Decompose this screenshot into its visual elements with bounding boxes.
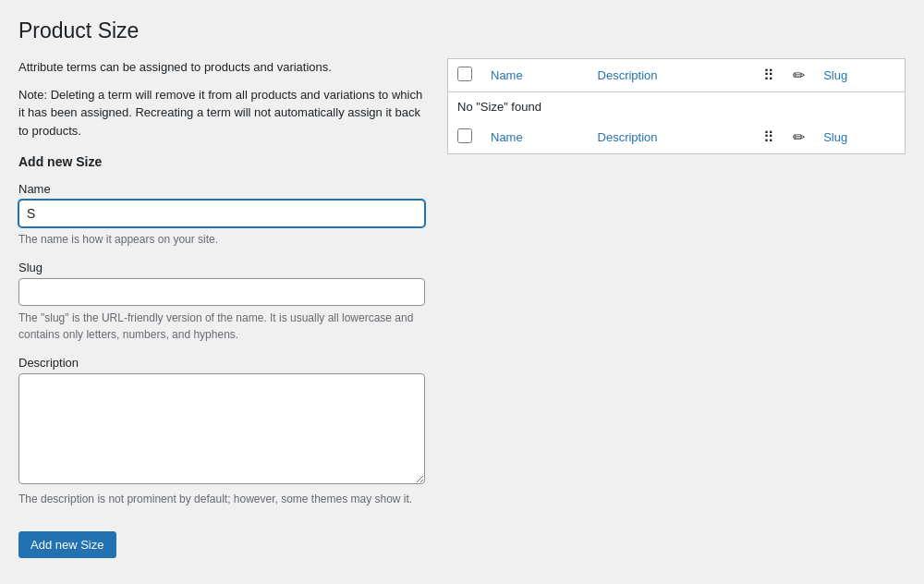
header-checkbox-col <box>448 59 482 92</box>
form-heading: Add new Size <box>18 154 425 169</box>
slug-column-link[interactable]: Slug <box>823 68 847 82</box>
no-results-cell: No "Size" found <box>448 92 906 122</box>
footer-name[interactable]: Name <box>481 121 589 154</box>
select-all-footer-checkbox[interactable] <box>457 128 472 143</box>
footer-description[interactable]: Description <box>589 121 755 154</box>
right-panel: Name Description ⠿ ✏ Slug <box>447 58 906 154</box>
edit-icon: ✏ <box>793 67 805 84</box>
description-textarea[interactable] <box>18 373 425 484</box>
header-description[interactable]: Description <box>589 59 755 92</box>
header-sort-icon-col: ⠿ <box>754 59 784 92</box>
description-hint: The description is not prominent by defa… <box>18 491 425 507</box>
footer-description-link[interactable]: Description <box>598 130 658 144</box>
name-hint: The name is how it appears on your site. <box>18 231 425 248</box>
header-edit-icon-col: ✏ <box>784 59 814 92</box>
name-label: Name <box>18 182 425 196</box>
slug-hint: The "slug" is the URL-friendly version o… <box>18 310 425 343</box>
footer-name-link[interactable]: Name <box>491 130 523 144</box>
slug-label: Slug <box>18 261 425 274</box>
sort-icon: ⠿ <box>763 67 774 84</box>
slug-field-group: Slug The "slug" is the URL-friendly vers… <box>18 261 425 343</box>
table-header-row: Name Description ⠿ ✏ Slug <box>448 59 906 92</box>
description-label: Description <box>18 356 425 370</box>
footer-edit-icon-col: ✏ <box>784 121 814 154</box>
select-all-checkbox[interactable] <box>457 67 472 81</box>
attribute-info-text: Attribute terms can be assigned to produ… <box>18 58 425 77</box>
footer-edit-icon: ✏ <box>793 128 805 146</box>
left-panel: Attribute terms can be assigned to produ… <box>18 58 425 558</box>
description-column-link[interactable]: Description <box>598 68 658 82</box>
attribute-table: Name Description ⠿ ✏ Slug <box>447 58 906 154</box>
page-title: Product Size <box>18 18 906 43</box>
add-new-size-button[interactable]: Add new Size <box>18 531 116 558</box>
header-name[interactable]: Name <box>481 59 589 92</box>
slug-input[interactable] <box>18 278 425 306</box>
footer-checkbox-col <box>448 121 482 154</box>
name-field-group: Name The name is how it appears on your … <box>18 182 425 248</box>
table-footer-row: Name Description ⠿ ✏ Slug <box>448 121 906 154</box>
footer-sort-icon-col: ⠿ <box>754 121 784 154</box>
footer-slug-link[interactable]: Slug <box>823 130 847 144</box>
header-slug[interactable]: Slug <box>814 59 905 92</box>
no-results-row: No "Size" found <box>448 92 906 122</box>
name-input[interactable] <box>18 200 425 227</box>
footer-sort-icon: ⠿ <box>763 128 774 146</box>
name-column-link[interactable]: Name <box>491 68 523 82</box>
description-field-group: Description The description is not promi… <box>18 356 425 507</box>
note-text: Note: Deleting a term will remove it fro… <box>18 86 425 140</box>
footer-slug[interactable]: Slug <box>814 121 905 154</box>
